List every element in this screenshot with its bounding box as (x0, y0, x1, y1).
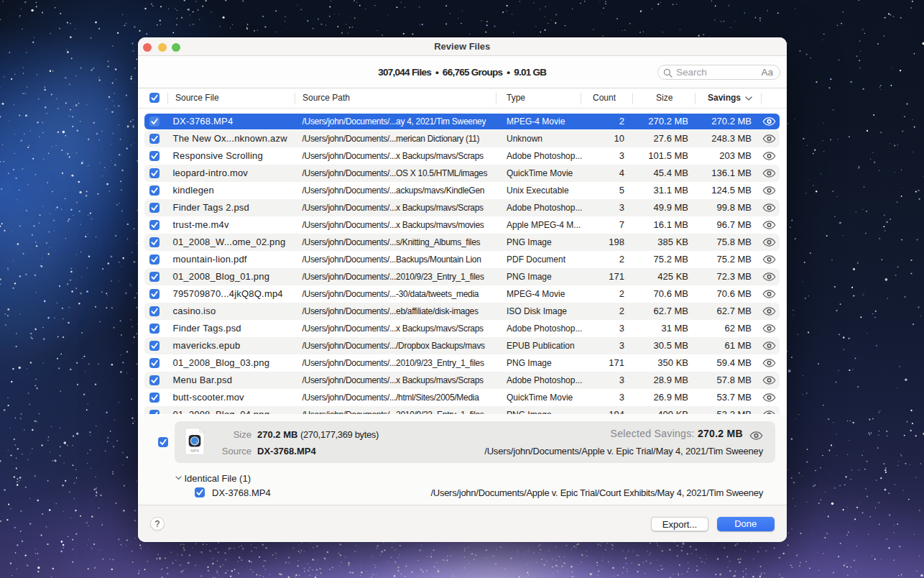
svg-text:MP4: MP4 (190, 449, 199, 453)
